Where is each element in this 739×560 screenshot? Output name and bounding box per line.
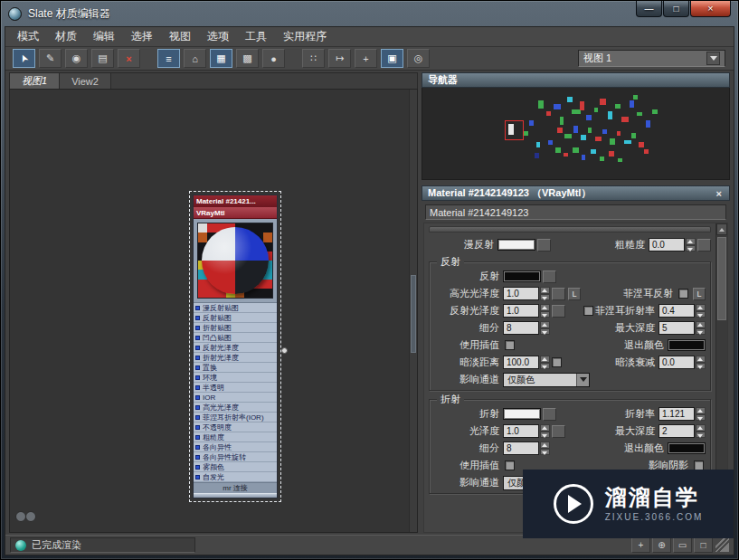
tab-view2[interactable]: View2 (60, 73, 111, 89)
zoom-extents-button[interactable]: □ (694, 537, 713, 553)
parameter-editor-button[interactable]: ▣ (381, 49, 403, 68)
input-socket-icon[interactable] (195, 405, 200, 410)
node-input-slot[interactable]: IOR (194, 393, 277, 403)
titlebar[interactable]: Slate 材质编辑器 — □ × (1, 1, 738, 26)
input-socket-icon[interactable] (195, 465, 200, 470)
inspector-header[interactable]: Material #2142149123 （VRayMtl） × (422, 185, 730, 201)
navigator-header[interactable]: 导航器 (422, 72, 730, 88)
move-children-button[interactable]: ≡ (157, 49, 180, 68)
refract-ior-value[interactable]: 1.121 (658, 407, 695, 421)
material-preview[interactable] (197, 223, 273, 299)
refl-use-interp-checkbox[interactable] (505, 340, 515, 350)
hilight-gloss-lock-button[interactable]: L (568, 288, 581, 300)
input-socket-icon[interactable] (195, 435, 200, 440)
output-socket-icon[interactable] (281, 347, 288, 354)
refl-max-depth-value[interactable]: 5 (658, 321, 695, 335)
navigator-view-rect[interactable] (505, 120, 524, 140)
dim-falloff-value[interactable]: 0.0 (658, 356, 695, 369)
menu-item[interactable]: 选择 (123, 27, 161, 46)
menu-item[interactable]: 工具 (237, 27, 275, 46)
resize-grip[interactable] (715, 538, 729, 552)
roughness-value[interactable]: 0.0 (649, 238, 685, 252)
canvas-scrollbar[interactable] (409, 90, 417, 532)
node-footer[interactable]: mr 连接 (194, 482, 277, 493)
assign-material-button[interactable]: ◉ (65, 49, 88, 68)
refr-subdivs-value[interactable]: 8 (503, 441, 539, 455)
reflect-color-swatch[interactable] (503, 271, 541, 282)
reflect-map-button[interactable] (543, 271, 556, 283)
refl-max-depth-spinner[interactable] (696, 321, 706, 335)
fresnel-ior-spinner[interactable] (696, 304, 706, 318)
menu-item[interactable]: 编辑 (85, 27, 123, 46)
node-input-slot[interactable]: 高光光泽度 (194, 403, 277, 413)
node-input-slot[interactable]: 反射贴图 (194, 313, 277, 323)
input-socket-icon[interactable] (195, 356, 200, 360)
inspector-close-icon[interactable]: × (715, 188, 724, 199)
dim-distance-value[interactable]: 100.0 (503, 356, 539, 369)
input-socket-icon[interactable] (195, 365, 200, 370)
node-input-slot[interactable]: 折射贴图 (194, 323, 277, 333)
node-title[interactable]: Material #21421... (194, 195, 277, 207)
menu-item[interactable]: 视图 (161, 27, 199, 46)
roughness-map-button[interactable] (697, 239, 711, 252)
refr-gloss-map-button[interactable] (552, 425, 565, 438)
input-socket-icon[interactable] (195, 336, 200, 340)
refract-ior-spinner[interactable] (696, 407, 706, 421)
chevron-down-icon[interactable] (576, 374, 589, 386)
diffuse-map-button[interactable] (537, 239, 551, 252)
input-socket-icon[interactable] (195, 475, 200, 479)
fresnel-ior-checkbox[interactable] (583, 306, 593, 316)
node-subtitle[interactable]: VRayMtl (194, 207, 277, 219)
show-map-viewport-button[interactable]: ▦ (210, 49, 232, 68)
input-socket-icon[interactable] (195, 346, 200, 350)
refr-max-depth-value[interactable]: 2 (658, 424, 695, 438)
input-socket-icon[interactable] (195, 455, 200, 460)
binoculars-icon[interactable] (15, 511, 37, 523)
material-name-input[interactable] (425, 204, 726, 220)
refr-gloss-value[interactable]: 1.0 (503, 424, 539, 438)
roughness-spinner[interactable] (686, 238, 696, 252)
node-input-slot[interactable]: 置换 (194, 363, 277, 373)
dim-distance-checkbox[interactable] (552, 357, 562, 367)
refr-gloss-spinner[interactable] (540, 424, 550, 438)
material-node[interactable]: Material #21421... VRayMtl (193, 195, 278, 498)
input-socket-icon[interactable] (195, 395, 200, 400)
close-button[interactable]: × (690, 1, 731, 17)
refl-exit-color-swatch[interactable] (668, 339, 706, 351)
menu-item[interactable]: 模式 (9, 27, 47, 46)
canvas-scrollbar-thumb[interactable] (411, 275, 416, 353)
refl-subdivs-value[interactable]: 8 (503, 321, 539, 335)
refr-subdivs-spinner[interactable] (540, 441, 550, 455)
layout-to-node-button[interactable]: ↦ (328, 49, 351, 68)
node-input-slot[interactable]: 反射光泽度 (194, 343, 277, 353)
node-input-slot[interactable]: 自发光 (194, 472, 277, 482)
refl-gloss-map-button[interactable] (552, 305, 565, 318)
node-input-slot[interactable]: 半透明 (194, 383, 277, 393)
refract-map-button[interactable] (543, 408, 556, 421)
render-preview-button[interactable]: ● (262, 49, 285, 68)
hide-unused-slots-button[interactable]: ⌂ (184, 49, 206, 68)
hilight-gloss-map-button[interactable] (552, 288, 565, 300)
node-input-slot[interactable]: 折射光泽度 (194, 353, 277, 363)
dim-falloff-spinner[interactable] (696, 356, 706, 369)
layout-children-button[interactable]: ∷ (302, 49, 325, 68)
refr-exit-color-swatch[interactable] (668, 442, 706, 454)
node-shade-handle[interactable] (194, 493, 277, 498)
input-socket-icon[interactable] (195, 425, 200, 430)
dim-distance-spinner[interactable] (540, 356, 550, 369)
pan-view-button[interactable]: + (631, 537, 650, 553)
pick-material-button[interactable]: ✎ (39, 49, 62, 68)
input-socket-icon[interactable] (195, 415, 200, 420)
clipped-rollout-bar[interactable] (429, 226, 711, 233)
node-input-slot[interactable]: 凹凸贴图 (194, 333, 277, 343)
menu-item[interactable]: 实用程序 (275, 27, 335, 46)
put-to-library-button[interactable]: ▤ (91, 49, 114, 68)
refr-max-depth-spinner[interactable] (696, 424, 706, 438)
scroll-up-icon[interactable] (716, 223, 727, 235)
select-tool-button[interactable]: ➤ (13, 49, 35, 68)
fresnel-lock-button[interactable]: L (693, 288, 706, 300)
node-input-slot[interactable]: 不透明度 (194, 422, 277, 432)
zoom-button[interactable]: ⊕ (652, 537, 671, 553)
node-input-slot[interactable]: 环境 (194, 373, 277, 383)
navigator-minimap[interactable] (422, 88, 730, 180)
